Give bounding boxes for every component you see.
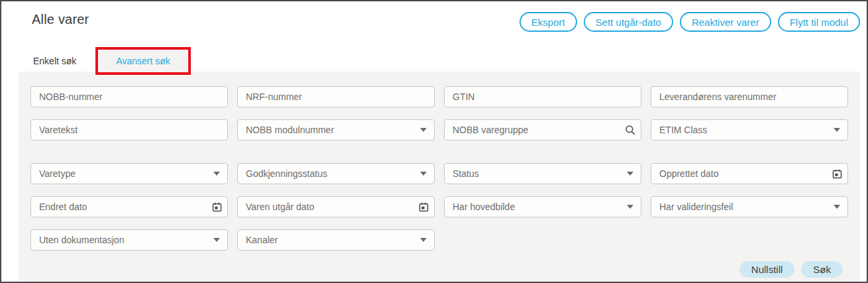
- varetype-select[interactable]: [30, 163, 228, 184]
- chevron-down-icon[interactable]: [619, 163, 641, 184]
- chevron-down-icon[interactable]: [412, 229, 435, 251]
- varen-utgar-dato-field: [237, 196, 435, 217]
- chevron-down-icon[interactable]: [412, 163, 435, 184]
- har-hovedbilde-field: [444, 196, 641, 217]
- gtin-input[interactable]: [444, 86, 641, 107]
- nrf-nummer-input[interactable]: [237, 86, 435, 107]
- eksport-button[interactable]: Eksport: [519, 12, 577, 32]
- flytt-til-modul-button[interactable]: Flytt til modul: [778, 12, 860, 32]
- gtin-field: [444, 86, 641, 107]
- tab-avansert-sok[interactable]: Avansert søk: [99, 50, 187, 72]
- nrf-nummer-field: [237, 86, 435, 107]
- nobb-varegruppe-field: [444, 119, 641, 141]
- chevron-down-icon[interactable]: [619, 196, 641, 217]
- grid-empty-cell: [444, 229, 641, 251]
- endret-dato-input[interactable]: [30, 196, 228, 217]
- opprettet-dato-input[interactable]: [651, 163, 848, 184]
- etim-class-field: [651, 119, 848, 141]
- etim-class-select[interactable]: [651, 119, 848, 141]
- varetekst-input[interactable]: [30, 119, 228, 141]
- nobb-modulnummer-field: [237, 119, 435, 141]
- tab-enkelt-sok[interactable]: Enkelt søk: [32, 50, 99, 72]
- chevron-down-icon[interactable]: [826, 196, 848, 217]
- kanaler-select[interactable]: [237, 229, 435, 251]
- chevron-down-icon[interactable]: [826, 119, 848, 141]
- kanaler-field: [237, 229, 435, 251]
- uten-dokumentasjon-field: [30, 229, 228, 251]
- search-tabs: Enkelt søk Avansert søk: [1, 50, 867, 72]
- nobb-modulnummer-select[interactable]: [237, 119, 435, 141]
- reaktiver-varer-button[interactable]: Reaktiver varer: [680, 12, 771, 32]
- varen-utgar-dato-input[interactable]: [237, 196, 435, 217]
- advanced-search-panel: Nullstill Søk: [19, 72, 860, 283]
- sok-button[interactable]: Søk: [801, 261, 843, 278]
- leverandorens-varenummer-field: [651, 86, 848, 107]
- calendar-icon[interactable]: [826, 163, 848, 184]
- header-actions: Eksport Sett utgår-dato Reaktiver varer …: [519, 11, 860, 32]
- chevron-down-icon[interactable]: [412, 119, 435, 141]
- calendar-icon[interactable]: [412, 196, 435, 217]
- filter-fields-grid: [30, 86, 848, 251]
- godkjenningsstatus-select[interactable]: [237, 163, 435, 184]
- chevron-down-icon[interactable]: [205, 163, 228, 184]
- chevron-down-icon[interactable]: [205, 229, 228, 251]
- uten-dokumentasjon-select[interactable]: [30, 229, 228, 251]
- status-select[interactable]: [444, 163, 641, 184]
- page-title: Alle varer: [32, 11, 89, 28]
- sett-utgar-dato-button[interactable]: Sett utgår-dato: [584, 12, 673, 32]
- grid-empty-cell: [651, 229, 848, 251]
- endret-dato-field: [30, 196, 228, 217]
- nullstill-button[interactable]: Nullstill: [739, 261, 795, 278]
- nobb-nummer-field: [30, 86, 228, 107]
- calendar-icon[interactable]: [205, 196, 228, 217]
- har-valideringsfeil-select[interactable]: [651, 196, 848, 217]
- status-field: [444, 163, 641, 184]
- nobb-nummer-input[interactable]: [30, 86, 228, 107]
- page-header: Alle varer Eksport Sett utgår-dato Reakt…: [1, 1, 867, 32]
- godkjenningsstatus-field: [237, 163, 435, 184]
- har-hovedbilde-select[interactable]: [444, 196, 641, 217]
- har-valideringsfeil-field: [651, 196, 848, 217]
- leverandorens-varenummer-input[interactable]: [651, 86, 848, 107]
- opprettet-dato-field: [651, 163, 848, 184]
- search-icon[interactable]: [619, 119, 641, 141]
- varetype-field: [30, 163, 228, 184]
- nobb-varegruppe-input[interactable]: [444, 119, 641, 141]
- varetekst-field: [30, 119, 228, 141]
- form-footer: Nullstill Søk: [30, 261, 848, 278]
- app-window: Alle varer Eksport Sett utgår-dato Reakt…: [0, 0, 868, 283]
